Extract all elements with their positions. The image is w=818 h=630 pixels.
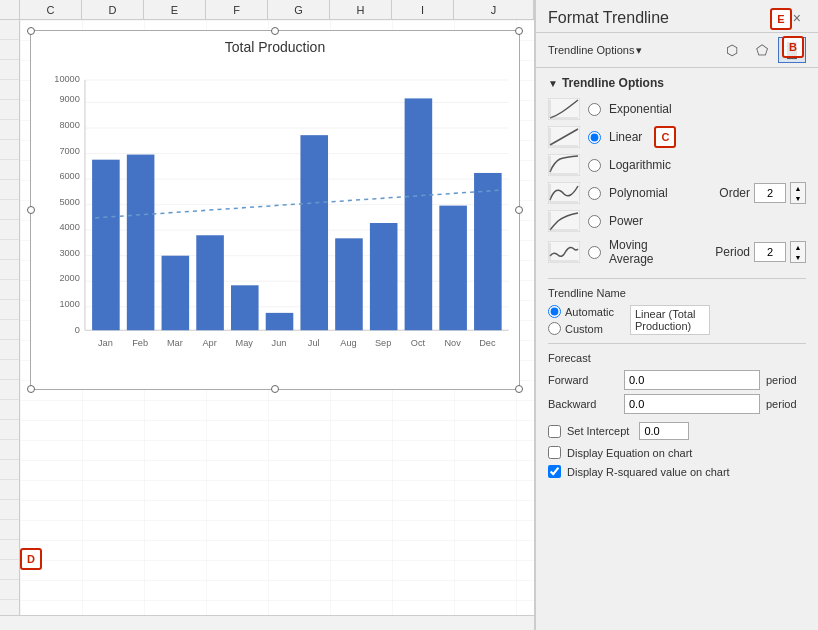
ma-spin-down-icon[interactable]: ▼ (791, 252, 805, 262)
trendline-options-dropdown[interactable]: Trendline Options ▾ (548, 44, 642, 57)
linear-label: Linear (609, 130, 642, 144)
col-header-i: I (392, 0, 454, 19)
automatic-name-label[interactable]: Automatic (548, 305, 614, 318)
set-intercept-value-input[interactable] (639, 422, 689, 440)
moving-average-icon (548, 241, 580, 263)
exponential-radio[interactable] (588, 103, 601, 116)
chart-handle-bl[interactable] (27, 385, 35, 393)
spreadsheet-area: C D E F G H I J (0, 0, 535, 630)
pentagon-toolbar-icon[interactable]: ⬠ (748, 37, 776, 63)
chart-handle-tc[interactable] (271, 27, 279, 35)
forward-input[interactable] (624, 370, 760, 390)
svg-text:Sep: Sep (375, 338, 391, 348)
linear-radio[interactable] (588, 131, 601, 144)
row-numbers (0, 20, 20, 615)
option-power: Power (548, 210, 806, 232)
display-rsquared-checkbox[interactable] (548, 465, 561, 478)
divider-1 (548, 278, 806, 279)
chart-handle-mr[interactable] (515, 206, 523, 214)
bar-jan (92, 160, 120, 331)
custom-name-radio[interactable] (548, 322, 561, 335)
col-header-j: J (454, 0, 534, 19)
svg-text:5000: 5000 (59, 197, 79, 207)
bar-jul (300, 135, 328, 330)
trendline-options-section-header[interactable]: ▼ Trendline Options (548, 76, 806, 90)
ma-spin-up-icon[interactable]: ▲ (791, 242, 805, 252)
chart-container[interactable]: Total Production 0 1000 2000 3000 4000 (30, 30, 520, 390)
svg-text:1000: 1000 (59, 299, 79, 309)
power-radio[interactable] (588, 215, 601, 228)
bar-dec (474, 173, 502, 330)
svg-text:6000: 6000 (59, 171, 79, 181)
spin-down-icon[interactable]: ▼ (791, 193, 805, 203)
col-header-c: C (20, 0, 82, 19)
power-icon (548, 210, 580, 232)
moving-average-radio[interactable] (588, 246, 601, 259)
backward-label: Backward (548, 398, 618, 410)
bar-mar (162, 256, 190, 331)
col-header-d: D (82, 0, 144, 19)
polynomial-order-input[interactable] (754, 183, 786, 203)
grid-area: Total Production 0 1000 2000 3000 4000 (20, 20, 534, 615)
logarithmic-label: Logarithmic (609, 158, 671, 172)
trendline (95, 190, 498, 218)
forecast-section-title: Forecast (548, 352, 806, 364)
polynomial-label: Polynomial (609, 186, 668, 200)
moving-average-period-spinner[interactable]: ▲ ▼ (790, 241, 806, 263)
svg-rect-52 (548, 241, 580, 263)
forecast-grid: Forward period Backward period (548, 370, 806, 414)
shape-toolbar-icon[interactable]: ⬡ (718, 37, 746, 63)
chart-handle-br[interactable] (515, 385, 523, 393)
bar-sep (370, 223, 398, 330)
panel-header: Format Trendline × E (536, 0, 818, 33)
svg-text:0: 0 (75, 325, 80, 335)
chart-handle-tr[interactable] (515, 27, 523, 35)
option-logarithmic: Logarithmic (548, 154, 806, 176)
bar-may (231, 285, 259, 330)
svg-text:Jan: Jan (98, 338, 113, 348)
polynomial-order-label: Order (719, 186, 750, 200)
col-headers: C D E F G H I J (0, 0, 534, 20)
svg-text:7000: 7000 (59, 146, 79, 156)
svg-text:Oct: Oct (411, 338, 426, 348)
svg-text:10000: 10000 (54, 74, 80, 84)
bar-oct (405, 98, 433, 330)
bar-aug (335, 238, 363, 330)
backward-input[interactable] (624, 394, 760, 414)
display-equation-checkbox[interactable] (548, 446, 561, 459)
moving-average-period-input[interactable] (754, 242, 786, 262)
bar-apr (196, 235, 224, 330)
chart-handle-bc[interactable] (271, 385, 279, 393)
trendline-options-section-title: Trendline Options (562, 76, 664, 90)
svg-text:May: May (236, 338, 254, 348)
svg-text:Aug: Aug (340, 338, 356, 348)
set-intercept-checkbox[interactable] (548, 425, 561, 438)
chart-handle-ml[interactable] (27, 206, 35, 214)
polynomial-order-spinner[interactable]: ▲ ▼ (790, 182, 806, 204)
moving-average-period-label: Period (715, 245, 750, 259)
linear-icon (548, 126, 580, 148)
option-polynomial: Polynomial Order ▲ ▼ (548, 182, 806, 204)
polynomial-radio[interactable] (588, 187, 601, 200)
trendline-name-display: Linear (TotalProduction) (630, 305, 710, 335)
col-header-f: F (206, 0, 268, 19)
set-intercept-label[interactable]: Set Intercept (567, 425, 629, 437)
svg-text:Apr: Apr (202, 338, 216, 348)
bar-chart-toolbar-icon[interactable]: ▐▌ (778, 37, 806, 63)
automatic-name-radio[interactable] (548, 305, 561, 318)
custom-name-label[interactable]: Custom (548, 322, 614, 335)
display-rsquared-label[interactable]: Display R-squared value on chart (567, 466, 730, 478)
svg-text:2000: 2000 (59, 273, 79, 283)
horizontal-scrollbar[interactable] (0, 615, 534, 630)
logarithmic-radio[interactable] (588, 159, 601, 172)
svg-text:Mar: Mar (167, 338, 183, 348)
chart-handle-tl[interactable] (27, 27, 35, 35)
trendline-options-list: Exponential Linear C (548, 98, 806, 266)
display-equation-label[interactable]: Display Equation on chart (567, 447, 692, 459)
dropdown-label: Trendline Options (548, 44, 634, 56)
svg-text:9000: 9000 (59, 94, 79, 104)
close-button[interactable]: × (788, 8, 806, 28)
spin-up-icon[interactable]: ▲ (791, 183, 805, 193)
chart-svg: 0 1000 2000 3000 4000 5000 6000 7000 800… (31, 59, 519, 387)
set-intercept-row: Set Intercept (548, 422, 806, 440)
